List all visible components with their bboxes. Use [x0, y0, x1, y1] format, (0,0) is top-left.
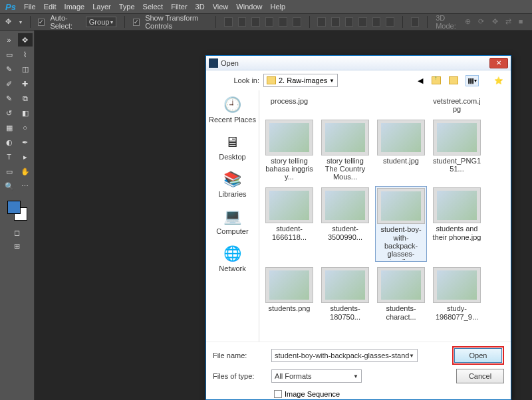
distribute-top-icon[interactable]	[317, 17, 326, 27]
quick-select-tool[interactable]: ✎	[2, 62, 17, 76]
file-item[interactable]: student-3500990...	[319, 186, 371, 262]
3d-orbit-icon[interactable]: ⊕	[465, 17, 473, 27]
path-select-tool[interactable]: ▸	[18, 150, 33, 163]
healing-tool[interactable]: ✚	[18, 77, 33, 90]
screen-mode-icon[interactable]: ⊞	[10, 239, 25, 252]
open-button[interactable]: Open	[454, 348, 502, 363]
3d-slide-icon[interactable]: ⇄	[505, 17, 513, 27]
place-libraries[interactable]: 📚Libraries	[218, 170, 246, 198]
3d-pan-icon[interactable]: ✥	[492, 17, 500, 27]
3d-zoom-icon[interactable]: ■	[519, 17, 527, 27]
file-list[interactable]: process.jpgvetstreet.com.jpgstory tellin…	[259, 90, 511, 342]
file-item[interactable]: students.png	[263, 266, 315, 322]
eyedropper-tool[interactable]: ✐	[2, 77, 17, 90]
align-top-icon[interactable]	[224, 17, 233, 27]
menu-window[interactable]: Window	[236, 3, 262, 11]
dialog-titlebar[interactable]: Open ✕	[206, 56, 511, 70]
files-of-type-dropdown[interactable]: All Formats▼	[271, 369, 362, 383]
expand-panel-icon[interactable]: »	[2, 33, 17, 47]
image-sequence-label: Image Sequence	[285, 390, 340, 398]
distribute-right-icon[interactable]	[386, 17, 394, 27]
zoom-tool[interactable]: 🔍	[2, 179, 17, 193]
auto-align-icon[interactable]	[411, 17, 420, 27]
cancel-button[interactable]: Cancel	[456, 369, 504, 383]
crop-tool[interactable]: ◫	[18, 62, 33, 76]
favorites-button[interactable]: ⭐	[492, 74, 505, 87]
align-right-icon[interactable]	[293, 17, 301, 27]
file-item[interactable]: student.jpg	[375, 118, 427, 182]
file-item[interactable]: vetstreet.com.jpg	[431, 94, 483, 114]
image-sequence-checkbox[interactable]	[274, 390, 282, 398]
brush-tool[interactable]: ✎	[2, 92, 17, 105]
blur-tool[interactable]: ○	[18, 121, 33, 134]
3d-roll-icon[interactable]: ⟳	[478, 17, 486, 27]
auto-select-label: Auto-Select:	[50, 14, 80, 30]
thumbnail	[321, 267, 369, 303]
new-folder-button[interactable]	[448, 74, 462, 87]
color-swatch[interactable]	[7, 201, 27, 221]
menu-view[interactable]: View	[213, 3, 229, 11]
lasso-tool[interactable]: ⌇	[18, 48, 33, 61]
place-computer[interactable]: 💻Computer	[216, 207, 248, 235]
close-button[interactable]: ✕	[489, 58, 508, 68]
menu-3d[interactable]: 3D	[196, 3, 205, 11]
file-item[interactable]: process.jpg	[263, 94, 315, 114]
gradient-tool[interactable]: ▦	[2, 121, 17, 134]
file-item[interactable]: student-1666118...	[263, 186, 315, 262]
file-item[interactable]: students and their phone.jpg	[431, 186, 483, 262]
place-desktop[interactable]: 🖥Desktop	[219, 133, 245, 161]
menu-file[interactable]: File	[24, 3, 36, 11]
clone-tool[interactable]: ⧉	[18, 92, 33, 105]
menu-select[interactable]: Select	[143, 3, 164, 11]
auto-select-dropdown[interactable]: Group▾	[86, 17, 117, 27]
menu-layer[interactable]: Layer	[92, 3, 111, 11]
menubar: Ps File Edit Image Layer Type Select Fil…	[0, 0, 532, 13]
distribute-hcenter-icon[interactable]	[372, 17, 381, 27]
distribute-left-icon[interactable]	[358, 17, 367, 27]
menu-type[interactable]: Type	[119, 3, 135, 11]
align-bottom-icon[interactable]	[251, 17, 260, 27]
dodge-tool[interactable]: ◐	[2, 136, 17, 149]
menu-edit[interactable]: Edit	[44, 3, 57, 11]
thumbnail	[433, 120, 481, 155]
view-menu-button[interactable]: ▦▾	[466, 75, 479, 86]
quick-mask-icon[interactable]: ◻	[10, 226, 25, 239]
file-item[interactable]: students-charact...	[375, 266, 427, 322]
align-vcenter-icon[interactable]	[238, 17, 247, 27]
file-item[interactable]: student-boy-with-backpack-glasses-standi…	[375, 186, 427, 262]
history-brush-tool[interactable]: ↺	[2, 106, 17, 120]
shape-tool[interactable]: ▭	[2, 165, 17, 178]
file-item[interactable]: students-180750...	[319, 266, 371, 322]
move-tool[interactable]: ✥	[18, 33, 33, 47]
file-label: process.jpg	[271, 97, 308, 105]
edit-toolbar[interactable]: ⋯	[18, 179, 33, 193]
foreground-color[interactable]	[7, 201, 21, 214]
distribute-bottom-icon[interactable]	[345, 17, 354, 27]
place-recent[interactable]: 🕘Recent Places	[209, 96, 256, 124]
distribute-vcenter-icon[interactable]	[331, 17, 340, 27]
auto-select-checkbox[interactable]	[38, 19, 45, 26]
place-network[interactable]: 🌐Network	[219, 245, 245, 272]
files-of-type-label: Files of type:	[213, 372, 266, 380]
type-tool[interactable]: T	[2, 150, 17, 163]
marquee-tool[interactable]: ▭	[2, 48, 17, 61]
show-transform-checkbox[interactable]	[133, 19, 140, 26]
menu-filter[interactable]: Filter	[171, 3, 187, 11]
eraser-tool[interactable]: ◧	[18, 106, 33, 120]
file-name-field[interactable]: student-boy-with-backpack-glasses-standi…	[271, 349, 418, 362]
file-label: student_PNG151...	[432, 157, 481, 173]
up-button[interactable]: ↑	[431, 74, 444, 87]
align-hcenter-icon[interactable]	[279, 17, 287, 27]
hand-tool[interactable]: ✋	[18, 165, 33, 178]
look-in-dropdown[interactable]: 2. Raw-images ▼	[263, 74, 338, 87]
pen-tool[interactable]: ✒	[18, 136, 33, 149]
menu-image[interactable]: Image	[65, 3, 85, 11]
file-item[interactable]: story telling bahasa inggris y...	[263, 118, 315, 182]
tool-preset-arrow[interactable]: ▾	[19, 19, 22, 25]
back-button[interactable]: ◀	[414, 74, 427, 87]
menu-help[interactable]: Help	[270, 3, 285, 11]
file-item[interactable]: student_PNG151...	[431, 118, 483, 182]
align-left-icon[interactable]	[265, 17, 274, 27]
file-item[interactable]: study-1968077_9...	[431, 266, 483, 322]
file-item[interactable]: story telling The Country Mous...	[319, 118, 371, 182]
